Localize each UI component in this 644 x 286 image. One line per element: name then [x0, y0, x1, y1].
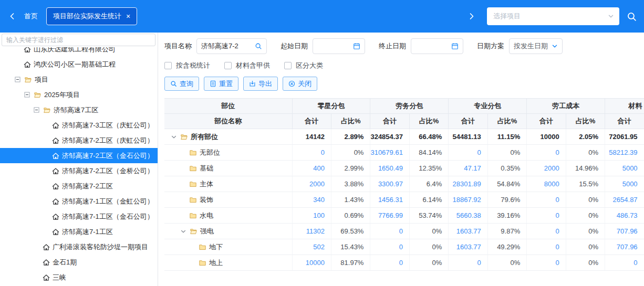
project-select[interactable]: 选择项目 [487, 7, 619, 25]
tree-filter-input[interactable] [2, 34, 155, 46]
tree-item[interactable]: 三峡 [0, 270, 158, 285]
amount-cell[interactable]: 1650.49 [370, 161, 409, 176]
checkbox-box[interactable] [164, 62, 172, 69]
tree-item[interactable]: 济邹高速7-1工区（金虹公司） [0, 194, 158, 209]
amount-cell[interactable]: 10000 [527, 129, 566, 145]
table-row[interactable]: 地上1000081.97%00%00%00%0 [164, 255, 644, 271]
amount-cell[interactable]: 72061.95 [605, 129, 644, 145]
tree-item[interactable]: 广利港滚装客轮防沙堤一期项目 [0, 239, 158, 255]
amount-cell[interactable]: 0 [527, 224, 566, 239]
amount-cell[interactable]: 0 [605, 255, 644, 271]
checkbox-category-split[interactable]: 区分大类 [284, 61, 323, 70]
amount-cell[interactable]: 58212.39 [605, 145, 644, 161]
amount-cell[interactable]: 14142 [292, 129, 331, 145]
amount-cell[interactable]: 340 [292, 192, 331, 208]
search-icon[interactable] [255, 43, 262, 50]
amount-cell[interactable]: 28301.89 [449, 176, 487, 192]
tree-item[interactable]: 金石1期 [0, 255, 158, 270]
row-expander-icon[interactable] [179, 228, 187, 235]
amount-cell[interactable]: 486.73 [605, 208, 644, 224]
tab-active[interactable]: 项目部位实际发生统计 × [46, 7, 137, 25]
amount-cell[interactable]: 5000 [605, 176, 644, 192]
amount-cell[interactable]: 11302 [292, 224, 331, 239]
table-row[interactable]: 地下50215.43%00%1603.7749.29%00%707.96 [164, 239, 644, 255]
amount-cell[interactable]: 54481.13 [449, 129, 487, 145]
tab-close-icon[interactable]: × [126, 13, 130, 20]
date-plan-select[interactable]: 按发生日期 [509, 38, 563, 54]
amount-cell[interactable]: 2654.87 [605, 192, 644, 208]
end-date-input[interactable] [411, 38, 463, 54]
amount-cell[interactable]: 1603.77 [449, 224, 487, 239]
amount-cell[interactable]: 18867.92 [449, 192, 487, 208]
table-row[interactable]: 强电1130269.53%00%1603.779.87%00%707.96 [164, 224, 644, 239]
tree-item[interactable]: 济邹高速7-2工区 [0, 178, 158, 194]
calendar-icon[interactable] [451, 43, 459, 50]
search-icon[interactable] [627, 12, 637, 22]
checkbox-material-supplied[interactable]: 材料含甲供 [224, 61, 270, 70]
table-row[interactable]: 基础4002.99%1650.4912.35%47.170.35%200014.… [164, 161, 644, 176]
calendar-icon[interactable] [353, 43, 360, 50]
tree-item[interactable]: 山东庆达建筑工程有限公司 [0, 47, 158, 57]
amount-cell[interactable]: 5660.38 [449, 208, 487, 224]
amount-cell[interactable]: 0 [527, 145, 566, 161]
query-button[interactable]: 查询 [164, 77, 199, 91]
amount-cell[interactable]: 0 [370, 224, 409, 239]
amount-cell[interactable]: 10000 [292, 255, 331, 271]
amount-cell[interactable]: 0 [292, 145, 331, 161]
tree-item[interactable]: 项目 [0, 72, 158, 87]
tree-expander-icon[interactable] [23, 92, 31, 98]
table-row[interactable]: 所有部位141422.89%324854.3766.48%54481.1311.… [164, 129, 644, 145]
tree-expander-icon[interactable] [33, 107, 40, 113]
amount-cell[interactable]: 2000 [292, 176, 331, 192]
amount-cell[interactable]: 7766.99 [370, 208, 409, 224]
table-row[interactable]: 水电1000.69%7766.9953.74%5660.3839.16%00%4… [164, 208, 644, 224]
amount-cell[interactable]: 310679.61 [370, 145, 409, 161]
amount-cell[interactable]: 0 [527, 192, 566, 208]
amount-cell[interactable]: 0 [449, 145, 487, 161]
export-button[interactable]: 导出 [243, 77, 278, 91]
amount-cell[interactable]: 0 [527, 208, 566, 224]
checkbox-with-tax[interactable]: 按含税统计 [164, 61, 210, 70]
reset-button[interactable]: 重置 [204, 77, 238, 91]
tree-item[interactable]: 济邹高速7-1工区 [0, 224, 158, 239]
amount-cell[interactable]: 0 [449, 255, 487, 271]
amount-cell[interactable]: 0 [527, 239, 566, 255]
tree-item[interactable]: 济邹高速7-2工区（金石公司） [0, 148, 158, 163]
tree-item[interactable]: 鸿庆公司小区一期基础工程 [0, 57, 158, 72]
project-name-input[interactable]: 济邹高速7-2 [196, 38, 267, 54]
amount-cell[interactable]: 502 [292, 239, 331, 255]
start-date-input[interactable] [313, 38, 365, 54]
table-row[interactable]: 无部位00%310679.6184.14%00%00%58212.39 [164, 145, 644, 161]
tree-item[interactable]: 济邹高速7-2工区（庆虹公司） [0, 133, 158, 148]
checkbox-box[interactable] [284, 62, 292, 69]
amount-cell[interactable]: 1603.77 [449, 239, 487, 255]
amount-cell[interactable]: 47.17 [449, 161, 487, 176]
amount-cell[interactable]: 0 [527, 255, 566, 271]
tree-item[interactable]: 济邹高速7-2工区（金桥公司） [0, 163, 158, 178]
tree-expander-icon[interactable] [14, 77, 22, 82]
checkbox-box[interactable] [224, 62, 232, 69]
amount-cell[interactable]: 5000 [605, 161, 644, 176]
amount-cell[interactable]: 100 [292, 208, 331, 224]
amount-cell[interactable]: 0 [370, 239, 409, 255]
table-row[interactable]: 主体20003.88%3300.976.4%28301.8954.84%8000… [164, 176, 644, 192]
amount-cell[interactable]: 707.96 [605, 239, 644, 255]
tree-item[interactable]: 济邹高速7-1工区（金石公司） [0, 209, 158, 224]
tabs-scroll-left-icon[interactable] [7, 13, 17, 20]
amount-cell[interactable]: 8000 [527, 176, 566, 192]
amount-cell[interactable]: 707.96 [605, 224, 644, 239]
tree-item[interactable]: 济邹高速7工区 [0, 102, 158, 118]
tree-item[interactable]: 济邹高速7-3工区（庆虹公司） [0, 118, 158, 133]
amount-cell[interactable]: 400 [292, 161, 331, 176]
row-expander-icon[interactable] [170, 134, 178, 140]
amount-cell[interactable]: 2000 [527, 161, 566, 176]
amount-cell[interactable]: 1456.31 [370, 192, 409, 208]
tabs-scroll-right-icon[interactable] [467, 13, 476, 20]
table-row[interactable]: 装饰3401.43%1456.316.14%18867.9279.6%00%26… [164, 192, 644, 208]
tab-home[interactable]: 首页 [24, 12, 38, 21]
amount-cell[interactable]: 324854.37 [370, 129, 409, 145]
amount-cell[interactable]: 3300.97 [370, 176, 409, 192]
close-button[interactable]: 关闭 [283, 77, 317, 91]
amount-cell[interactable]: 0 [370, 255, 409, 271]
tree-item[interactable]: 2025年项目 [0, 87, 158, 102]
